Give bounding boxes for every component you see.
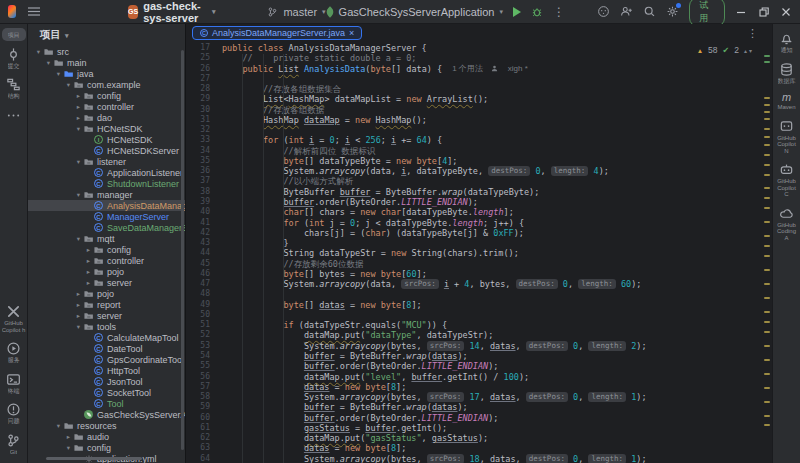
tree-item-manager[interactable]: ▾manager bbox=[28, 189, 185, 200]
tree-chevron-icon[interactable]: ▾ bbox=[74, 191, 83, 199]
tree-chevron-icon[interactable]: ▾ bbox=[74, 125, 83, 133]
more-actions-icon[interactable]: ⋮ bbox=[553, 6, 565, 18]
line-number[interactable]: 59 bbox=[186, 402, 210, 412]
line-number[interactable]: 56 bbox=[186, 372, 210, 382]
code-line[interactable]: 51 if (dataTypeStr.equals("MCU")) { bbox=[186, 320, 772, 330]
tree-chevron-icon[interactable]: ▸ bbox=[74, 103, 83, 111]
tree-item-server[interactable]: ▸server bbox=[28, 310, 185, 321]
line-number[interactable]: 37 bbox=[186, 176, 210, 186]
tree-item-CalculateMapTool[interactable]: CCalculateMapTool bbox=[28, 332, 185, 343]
tree-chevron-icon[interactable]: ▸ bbox=[74, 114, 83, 122]
tool-window-button-服务[interactable]: 服务 bbox=[2, 338, 26, 366]
code-line[interactable]: 27 bbox=[186, 74, 772, 84]
tree-item-java[interactable]: ▾java bbox=[28, 68, 185, 79]
run-button[interactable] bbox=[513, 7, 521, 17]
search-everywhere-icon[interactable] bbox=[643, 5, 656, 18]
code-line[interactable]: 54 buffer = ByteBuffer.wrap(datas); bbox=[186, 351, 772, 361]
tree-item-HCNetSDKServer[interactable]: CHCNetSDKServer bbox=[28, 145, 185, 156]
line-number[interactable]: 57 bbox=[186, 382, 210, 392]
tree-chevron-icon[interactable]: ▸ bbox=[64, 433, 73, 441]
code-line[interactable]: 46 byte[] bytes = new byte[60]; bbox=[186, 269, 772, 279]
ai-assistant-icon[interactable] bbox=[597, 5, 610, 18]
tree-item-config[interactable]: ▸config bbox=[28, 244, 185, 255]
tree-item-AnalysisDataManagerServer[interactable]: CAnalysisDataManagerServer bbox=[28, 200, 185, 211]
editor-tab-active[interactable]: C AnalysisDataManagerServer.java × bbox=[192, 26, 362, 40]
code-line[interactable]: 44 String dataTypeStr = new String(chars… bbox=[186, 248, 772, 258]
tree-vertical-scrollbar[interactable] bbox=[181, 50, 184, 450]
window-restore-button[interactable] bbox=[757, 7, 769, 17]
code-line[interactable]: 55 buffer.order(ByteOrder.LITTLE_ENDIAN)… bbox=[186, 361, 772, 371]
line-number[interactable]: 46 bbox=[186, 269, 210, 279]
line-number[interactable]: 40 bbox=[186, 207, 210, 217]
code-line[interactable]: 59 buffer = ByteBuffer.wrap(datas); bbox=[186, 402, 772, 412]
code-line[interactable]: 25 // private static double a = 0; bbox=[186, 53, 772, 63]
code-line[interactable]: 29 List<HashMap> dataMapList = new Array… bbox=[186, 94, 772, 104]
code-line[interactable]: 34 //解析前四位 数据标识 bbox=[186, 146, 772, 156]
code-line[interactable]: 58 System.arraycopy(bytes, srcPos: 17, d… bbox=[186, 392, 772, 402]
tree-item-GasCheckSysServerApplication[interactable]: GasCheckSysServerApplication bbox=[28, 409, 185, 420]
tree-item-HttpTool[interactable]: CHttpTool bbox=[28, 365, 185, 376]
tool-window-button-项目[interactable]: 项目 bbox=[2, 28, 26, 41]
tool-window-button-终端[interactable]: 终端 bbox=[2, 369, 26, 397]
code-line[interactable]: 39 buffer.order(ByteOrder.LITTLE_ENDIAN)… bbox=[186, 197, 772, 207]
tree-item-pojo[interactable]: ▸pojo bbox=[28, 288, 185, 299]
tool-window-button-结构[interactable]: 结构 bbox=[2, 74, 26, 102]
code-line[interactable]: 45 //存放剩余60位数据 bbox=[186, 259, 772, 269]
tree-item-config[interactable]: ▾config bbox=[28, 442, 185, 453]
code-line[interactable]: 64 System.arraycopy(bytes, srcPos: 18, d… bbox=[186, 454, 772, 463]
tree-item-JsonTool[interactable]: CJsonTool bbox=[28, 376, 185, 387]
project-tool-window-header[interactable]: 项目 ▾ bbox=[28, 24, 185, 46]
tool-window-button-more[interactable] bbox=[2, 105, 26, 125]
line-number[interactable]: 35 bbox=[186, 156, 210, 166]
tool-window-button-通知[interactable]: 通知 bbox=[775, 28, 799, 56]
code-line[interactable]: 49 byte[] datas = new byte[8]; bbox=[186, 300, 772, 310]
debug-button[interactable] bbox=[531, 6, 543, 18]
tree-chevron-icon[interactable]: ▾ bbox=[64, 81, 73, 89]
tree-chevron-icon[interactable]: ▾ bbox=[44, 59, 53, 67]
tool-window-button-GitHub Copilot N[interactable]: GitHub Copilot N bbox=[775, 116, 799, 157]
line-number[interactable]: 63 bbox=[186, 443, 210, 453]
line-number[interactable]: 17 bbox=[186, 43, 210, 53]
tree-item-resources[interactable]: ▾resources bbox=[28, 420, 185, 431]
code-line[interactable]: 33 for (int i = 0; i < 256; i += 64) { bbox=[186, 135, 772, 145]
code-line[interactable]: 17public class AnalysisDataManagerServer… bbox=[186, 43, 772, 53]
line-number[interactable]: 52 bbox=[186, 330, 210, 340]
tree-chevron-icon[interactable]: ▾ bbox=[54, 70, 63, 78]
code-line[interactable]: 40 char[] chars = new char[dataTypeByte.… bbox=[186, 207, 772, 217]
tree-chevron-icon[interactable]: ▾ bbox=[74, 158, 83, 166]
code-line[interactable]: 60 buffer.order(ByteOrder.LITTLE_ENDIAN)… bbox=[186, 413, 772, 423]
tree-item-ApplicationListener[interactable]: CApplicationListener bbox=[28, 167, 185, 178]
line-number[interactable]: 28 bbox=[186, 84, 210, 94]
line-number[interactable]: 54 bbox=[186, 351, 210, 361]
tree-item-src[interactable]: ▾src bbox=[28, 46, 185, 57]
tool-window-button-GitHub Coding A[interactable]: GitHub Coding A bbox=[775, 203, 799, 244]
line-number[interactable]: 27 bbox=[186, 74, 210, 84]
code-line[interactable]: 28 //存放各组数据集合 bbox=[186, 84, 772, 94]
code-line[interactable]: 37 //以小端方式解析 bbox=[186, 176, 772, 186]
code-line[interactable]: 63 datas = new byte[8]; bbox=[186, 443, 772, 453]
tool-window-button-问题[interactable]: 问题 bbox=[2, 399, 26, 427]
line-number[interactable]: 34 bbox=[186, 146, 210, 156]
line-number[interactable]: 64 bbox=[186, 454, 210, 463]
tree-chevron-icon[interactable]: ▸ bbox=[84, 257, 93, 265]
code-line[interactable]: 35 byte[] dataTypeByte = new byte[4]; bbox=[186, 156, 772, 166]
tool-window-button-数据库[interactable]: 数据库 bbox=[775, 59, 799, 87]
tree-item-server[interactable]: ▸server bbox=[28, 277, 185, 288]
line-number[interactable]: 26 bbox=[186, 64, 210, 74]
more-vertical-icon[interactable]: ⋮ bbox=[747, 27, 758, 40]
prev-next-warning-icons[interactable]: ▴▾ bbox=[744, 47, 754, 54]
tree-item-Tool[interactable]: CTool bbox=[28, 398, 185, 409]
tree-chevron-icon[interactable]: ▸ bbox=[74, 301, 83, 309]
line-number[interactable]: 32 bbox=[186, 125, 210, 135]
tree-item-ManagerServer[interactable]: CManagerServer bbox=[28, 211, 185, 222]
line-number[interactable]: 42 bbox=[186, 228, 210, 238]
tree-item-main[interactable]: ▾main bbox=[28, 57, 185, 68]
project-selector[interactable]: GS gas-check-sys-server ▾ bbox=[128, 0, 215, 24]
line-number[interactable]: 47 bbox=[186, 279, 210, 289]
tool-window-button-Git[interactable]: Git bbox=[2, 430, 26, 458]
tree-item-SocketTool[interactable]: CSocketTool bbox=[28, 387, 185, 398]
code-pane[interactable]: 17public class AnalysisDataManagerServer… bbox=[186, 42, 772, 463]
line-number[interactable]: 33 bbox=[186, 135, 210, 145]
code-line[interactable]: 43 } bbox=[186, 238, 772, 248]
code-line[interactable]: 62 dataMap.put("gasStatus", gasStatus); bbox=[186, 433, 772, 443]
